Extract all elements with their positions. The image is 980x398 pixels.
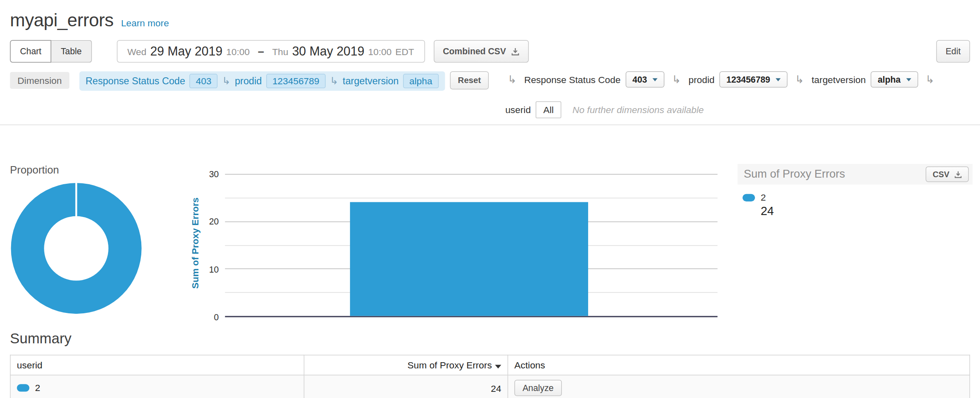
drilldown-name: Response Status Code (524, 74, 621, 85)
actions-cell: Analyze (508, 375, 970, 398)
reset-button[interactable]: Reset (450, 71, 489, 89)
analytics-report-page: myapi_errors Learn more Chart Table Wed … (0, 0, 980, 398)
date-range-separator: – (258, 45, 264, 58)
chart-view-button[interactable]: Chart (10, 40, 51, 62)
end-day: Thu (272, 46, 288, 57)
userid-cell: 2 (10, 375, 304, 398)
drilldown-arrow-icon: ↳ (795, 73, 804, 86)
selected-value: alpha (878, 74, 901, 84)
sum-cell: 24 (304, 375, 508, 398)
page-title: myapi_errors (10, 10, 113, 30)
column-header-actions: Actions (508, 355, 970, 375)
targetversion-select[interactable]: alpha (871, 71, 918, 88)
series-swatch (743, 194, 755, 201)
table-row: 2 24 Analyze (10, 375, 970, 398)
response-status-code-select[interactable]: 403 (626, 71, 665, 88)
userid-all-chip[interactable]: All (536, 102, 561, 118)
drilldown-arrow-icon: ↳ (925, 73, 934, 86)
drilldown-arrow-icon: ↳ (672, 73, 681, 86)
legend-item-key: 2 (761, 192, 766, 203)
y-axis-label: Sum of Proxy Errors (190, 162, 200, 324)
chevron-down-icon (653, 78, 658, 81)
legend-item[interactable]: 2 (743, 192, 973, 203)
chevron-down-icon (776, 78, 781, 81)
breadcrumb-value-chip[interactable]: 403 (190, 74, 218, 88)
date-range-picker[interactable]: Wed 29 May 2019 10:00 – Thu 30 May 2019 … (117, 40, 425, 62)
drilldown-name: targetversion (812, 74, 866, 85)
breadcrumb-name: Response Status Code (85, 75, 185, 86)
y-tick-label: 10 (191, 265, 219, 275)
drilldown-arrow-icon: ↳ (222, 75, 230, 87)
selected-value: 403 (633, 74, 647, 84)
start-time: 10:00 (226, 46, 250, 57)
drilldown-arrow-icon: ↳ (508, 73, 517, 86)
gridline (225, 174, 718, 175)
y-tick-label: 0 (191, 312, 219, 322)
dimension-bar: Dimension Response Status Code 403 ↳ pro… (10, 71, 970, 118)
learn-more-link[interactable]: Learn more (121, 18, 169, 28)
summary-heading: Summary (10, 330, 970, 347)
summary-header-row: userid Sum of Proxy Errors Actions (10, 355, 970, 375)
combined-csv-button[interactable]: Combined CSV (433, 40, 528, 62)
start-day: Wed (127, 46, 147, 57)
summary-table: userid Sum of Proxy Errors Actions 2 24 … (10, 355, 970, 398)
breadcrumb-value-chip[interactable]: 123456789 (266, 74, 326, 88)
csv-label: CSV (933, 169, 950, 179)
legend-item-value: 24 (761, 205, 973, 218)
column-header-sum-of-proxy-errors[interactable]: Sum of Proxy Errors (304, 355, 508, 375)
view-toggle: Chart Table (10, 40, 92, 62)
gridline (225, 197, 718, 198)
download-icon (511, 47, 519, 56)
sort-desc-icon (495, 365, 501, 368)
timezone-label: EDT (396, 46, 414, 57)
proportion-label: Proportion (10, 164, 59, 176)
breadcrumb-name: prodid (235, 75, 262, 86)
drilldown-controls: ↳ Response Status Code 403 ↳ prodid 1234… (505, 71, 970, 118)
edit-button[interactable]: Edit (936, 40, 970, 62)
drilldown-arrow-icon: ↳ (330, 75, 338, 87)
no-dimensions-note: No further dimensions available (573, 104, 704, 115)
drilldown-name: prodid (688, 74, 714, 85)
proportion-donut-chart[interactable] (11, 183, 142, 314)
end-time: 10:00 (368, 46, 391, 57)
toolbar-spacer (529, 40, 936, 62)
page-header: myapi_errors Learn more (0, 0, 980, 31)
breadcrumb-value-chip[interactable]: alpha (403, 74, 438, 88)
analyze-button[interactable]: Analyze (514, 380, 561, 396)
donut-slice-divider (75, 183, 77, 217)
series-swatch (17, 384, 29, 391)
bar-chart-bar[interactable] (350, 202, 588, 316)
column-header-userid: userid (10, 355, 304, 375)
combined-csv-label: Combined CSV (443, 46, 506, 56)
section-divider (0, 125, 980, 125)
download-icon (955, 171, 962, 178)
breadcrumb-name: targetversion (343, 75, 398, 86)
legend-header: Sum of Proxy Errors CSV (738, 164, 973, 185)
dimension-breadcrumb: Response Status Code 403 ↳ prodid 123456… (79, 71, 445, 90)
chart-section: Proportion Sum of Proxy Errors 30 20 10 … (0, 164, 980, 320)
legend-panel: Sum of Proxy Errors CSV 2 24 (738, 164, 973, 218)
legend-title: Sum of Proxy Errors (744, 168, 845, 181)
table-view-button[interactable]: Table (51, 40, 92, 62)
userid-value: 2 (35, 382, 40, 393)
selected-value: 123456789 (727, 74, 771, 84)
dimension-label: Dimension (10, 72, 69, 89)
end-date: 30 May 2019 (292, 44, 364, 58)
y-tick-label: 30 (191, 169, 219, 179)
bar-chart (225, 174, 718, 317)
drilldown-name: userid (505, 104, 531, 115)
csv-button[interactable]: CSV (926, 167, 969, 182)
y-tick-label: 20 (191, 217, 219, 227)
toolbar: Chart Table Wed 29 May 2019 10:00 – Thu … (10, 40, 970, 62)
chevron-down-icon (906, 78, 911, 81)
start-date: 29 May 2019 (150, 44, 223, 58)
prodid-select[interactable]: 123456789 (720, 71, 788, 88)
